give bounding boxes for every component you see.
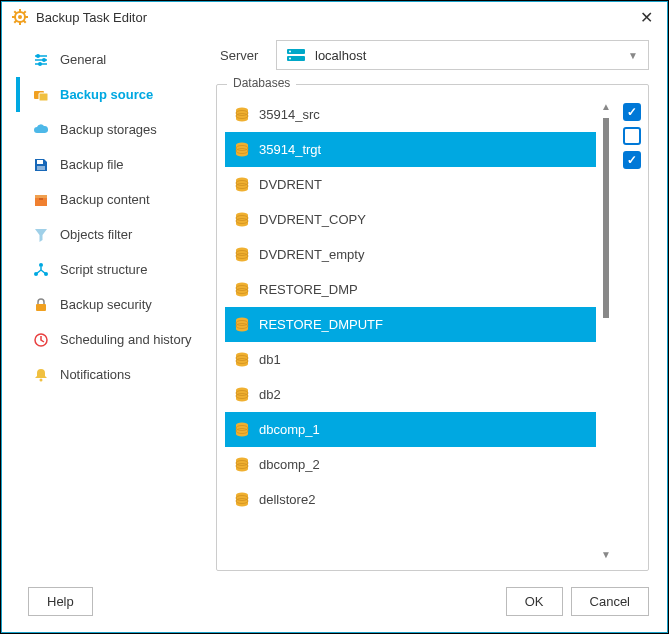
sidebar-item-label: Backup security [60, 297, 152, 312]
db-item[interactable]: 35914_trgt [225, 132, 596, 167]
database-list: 35914_src 35914_trgt DVDRENT DVDRENT_COP… [225, 97, 596, 564]
database-icon [235, 107, 249, 123]
sidebar: General Backup source Backup storages Ba… [2, 40, 216, 571]
svg-rect-19 [37, 166, 45, 170]
database-icon [235, 422, 249, 438]
svg-line-8 [14, 21, 16, 23]
check-none-checkbox[interactable] [623, 127, 641, 145]
svg-rect-18 [37, 160, 43, 164]
help-button[interactable]: Help [28, 587, 93, 616]
database-icon [235, 457, 249, 473]
gear-icon [12, 9, 28, 25]
source-icon [32, 86, 50, 104]
database-icon [235, 317, 249, 333]
sidebar-item-backup-source[interactable]: Backup source [16, 77, 216, 112]
db-name: DVDRENT_empty [259, 247, 364, 262]
sidebar-item-general[interactable]: General [16, 42, 216, 77]
db-item[interactable]: dellstore2 [225, 482, 596, 517]
save-icon [32, 156, 50, 174]
svg-point-13 [36, 54, 40, 58]
db-name: db2 [259, 387, 281, 402]
server-label: Server [220, 48, 276, 63]
db-name: 35914_trgt [259, 142, 321, 157]
lock-icon [32, 296, 50, 314]
db-item[interactable]: RESTORE_DMPUTF [225, 307, 596, 342]
db-item[interactable]: dbcomp_1 [225, 412, 596, 447]
sidebar-item-label: Backup source [60, 87, 153, 102]
db-item[interactable]: db1 [225, 342, 596, 377]
svg-line-7 [24, 21, 26, 23]
svg-point-15 [38, 62, 42, 66]
scroll-down-icon[interactable]: ▼ [601, 545, 611, 564]
sidebar-item-label: Notifications [60, 367, 131, 382]
sidebar-item-script-structure[interactable]: Script structure [16, 252, 216, 287]
cloud-icon [32, 121, 50, 139]
db-name: dbcomp_2 [259, 457, 320, 472]
database-icon [235, 177, 249, 193]
database-icon [235, 212, 249, 228]
sidebar-item-notifications[interactable]: Notifications [16, 357, 216, 392]
scroll-up-icon[interactable]: ▲ [601, 97, 611, 116]
db-item[interactable]: DVDRENT_COPY [225, 202, 596, 237]
db-name: 35914_src [259, 107, 320, 122]
db-item[interactable]: dbcomp_2 [225, 447, 596, 482]
footer: Help OK Cancel [2, 571, 667, 632]
db-item[interactable]: DVDRENT_empty [225, 237, 596, 272]
check-toggle-checkbox[interactable] [623, 151, 641, 169]
checkbox-column [616, 97, 642, 564]
group-label: Databases [227, 76, 296, 90]
server-value: localhost [315, 48, 628, 63]
database-icon [235, 247, 249, 263]
sidebar-item-label: Backup file [60, 157, 124, 172]
ok-button[interactable]: OK [506, 587, 563, 616]
sidebar-item-objects-filter[interactable]: Objects filter [16, 217, 216, 252]
check-all-checkbox[interactable] [623, 103, 641, 121]
db-item[interactable]: DVDRENT [225, 167, 596, 202]
databases-group: Databases 35914_src 35914_trgt DVDRENT D… [216, 84, 649, 571]
sidebar-item-scheduling[interactable]: Scheduling and history [16, 322, 216, 357]
main-panel: Server localhost ▼ Databases 35914_src 3… [216, 40, 649, 571]
svg-point-32 [289, 58, 291, 60]
db-item[interactable]: db2 [225, 377, 596, 412]
sidebar-item-backup-file[interactable]: Backup file [16, 147, 216, 182]
svg-point-31 [289, 51, 291, 53]
window-title: Backup Task Editor [36, 10, 636, 25]
sidebar-item-backup-security[interactable]: Backup security [16, 287, 216, 322]
svg-point-1 [18, 15, 22, 19]
sidebar-item-label: Backup content [60, 192, 150, 207]
server-row: Server localhost ▼ [216, 40, 649, 70]
db-item[interactable]: RESTORE_DMP [225, 272, 596, 307]
database-icon [235, 387, 249, 403]
window: Backup Task Editor ✕ General Backup sour… [1, 1, 668, 633]
svg-point-28 [40, 378, 43, 381]
svg-line-9 [24, 11, 26, 13]
close-button[interactable]: ✕ [636, 8, 657, 27]
scroll-thumb[interactable] [603, 118, 609, 318]
svg-point-14 [42, 58, 46, 62]
svg-rect-26 [36, 304, 46, 311]
database-icon [235, 282, 249, 298]
content: General Backup source Backup storages Ba… [2, 32, 667, 571]
titlebar: Backup Task Editor ✕ [2, 2, 667, 32]
sidebar-item-label: Script structure [60, 262, 147, 277]
svg-rect-21 [35, 195, 47, 198]
sidebar-item-backup-storages[interactable]: Backup storages [16, 112, 216, 147]
sidebar-item-backup-content[interactable]: Backup content [16, 182, 216, 217]
clock-icon [32, 331, 50, 349]
db-item[interactable]: 35914_src [225, 97, 596, 132]
box-icon [32, 191, 50, 209]
sidebar-item-label: General [60, 52, 106, 67]
db-name: db1 [259, 352, 281, 367]
svg-rect-22 [39, 198, 43, 200]
sliders-icon [32, 51, 50, 69]
scrollbar[interactable]: ▲ ▼ [596, 97, 616, 564]
database-icon [235, 352, 249, 368]
svg-line-6 [14, 11, 16, 13]
db-name: RESTORE_DMPUTF [259, 317, 383, 332]
sidebar-item-label: Backup storages [60, 122, 157, 137]
db-name: dbcomp_1 [259, 422, 320, 437]
funnel-icon [32, 226, 50, 244]
server-select[interactable]: localhost ▼ [276, 40, 649, 70]
cancel-button[interactable]: Cancel [571, 587, 649, 616]
chevron-down-icon: ▼ [628, 50, 638, 61]
